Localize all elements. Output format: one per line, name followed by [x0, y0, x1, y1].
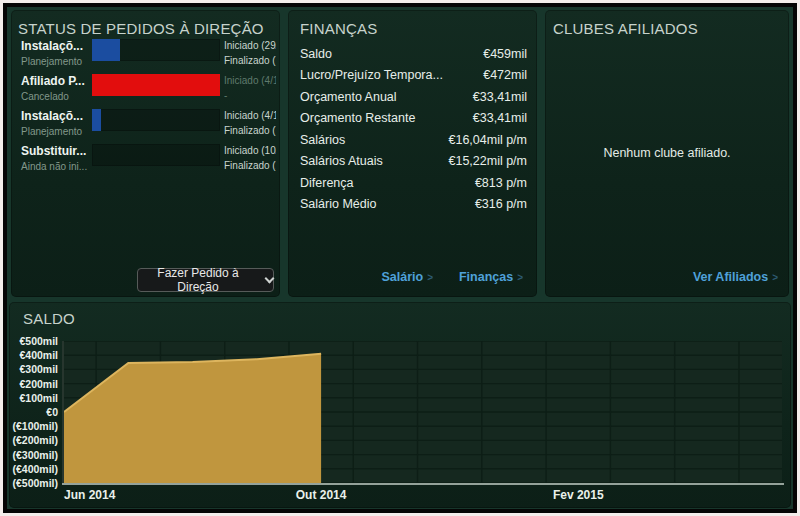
view-affiliates-link-label: Ver Afiliados: [693, 270, 768, 284]
request-status: Cancelado: [21, 91, 82, 102]
y-axis-tick-label: €0: [46, 406, 58, 418]
balance-area-chart: [64, 341, 782, 483]
y-axis-tick-label: €300mil: [19, 363, 58, 375]
finances-link-label: Finanças: [459, 270, 513, 284]
y-axis-tick-label: (€400mil): [12, 463, 58, 475]
finance-value: €33,41mil: [473, 90, 527, 104]
finance-row: Lucro/Prejuízo Tempora... €472mil: [300, 65, 527, 87]
request-row[interactable]: Instalaçõ... Planejamento Iniciado (29/7…: [21, 38, 276, 73]
make-board-request-label: Fazer Pedido à Direção: [138, 266, 258, 294]
y-axis-tick-label: (€500mil): [12, 477, 58, 489]
progress-bar-track: [92, 74, 220, 96]
finances-panel: FINANÇAS Saldo €459mil Lucro/Prejuízo Te…: [288, 10, 537, 297]
request-start-date: Iniciado (10/5...: [224, 143, 276, 158]
finances-link[interactable]: Finanças>: [459, 270, 523, 284]
salary-link-label: Salário: [381, 270, 423, 284]
request-text: Instalaçõ... Planejamento: [21, 38, 82, 67]
finance-value: €813 p/m: [475, 176, 527, 190]
finance-row: Orçamento Restante €33,41mil: [300, 108, 527, 130]
request-start-date: Iniciado (4/10/...: [224, 73, 276, 88]
salary-link[interactable]: Salário>: [381, 270, 433, 284]
finance-row: Salários Atuais €15,22mil p/m: [300, 151, 527, 173]
x-axis-tick-label: Fev 2015: [553, 488, 604, 502]
finance-label: Salários Atuais: [300, 154, 383, 168]
window-frame: STATUS DE PEDIDOS À DIREÇÃO Instalaçõ...…: [0, 0, 800, 516]
finance-label: Lucro/Prejuízo Tempora...: [300, 68, 443, 82]
finance-value: €33,41mil: [473, 111, 527, 125]
request-row[interactable]: Substituir... Ainda não ini... Iniciado …: [21, 143, 276, 178]
y-axis-tick-label: (€300mil): [12, 449, 58, 461]
request-dates: Iniciado (10/5... Finalizado (24...: [224, 143, 276, 173]
make-board-request-dropdown[interactable]: Fazer Pedido à Direção: [137, 268, 274, 292]
request-end-date: -: [224, 88, 276, 103]
request-dates: Iniciado (29/7... Finalizado (7/...: [224, 38, 276, 68]
progress-bar-fill: [92, 74, 220, 96]
finance-value: €472mil: [483, 68, 527, 82]
finance-value: €15,22mil p/m: [448, 154, 527, 168]
y-axis-labels: €500mil€400mil€300mil€200mil€100mil€0(€1…: [11, 341, 58, 483]
dashboard-background: STATUS DE PEDIDOS À DIREÇÃO Instalaçõ...…: [3, 3, 797, 513]
request-text: Instalaçõ... Planejamento: [21, 108, 82, 137]
y-axis-tick-label: (€200mil): [12, 434, 58, 446]
request-start-date: Iniciado (4/10...: [224, 108, 276, 123]
affiliated-clubs-panel: CLUBES AFILIADOS Nenhum clube afiliado. …: [545, 10, 789, 297]
progress-bar-track: [92, 39, 220, 61]
finance-label: Salário Médio: [300, 197, 376, 211]
balance-chart-title: SALDO: [23, 310, 75, 327]
board-requests-panel-title: STATUS DE PEDIDOS À DIREÇÃO: [18, 20, 264, 37]
finance-row: Orçamento Anual €33,41mil: [300, 86, 527, 108]
finance-value: €316 p/m: [475, 197, 527, 211]
y-axis-tick-label: €100mil: [19, 392, 58, 404]
y-axis-tick-label: €500mil: [19, 335, 58, 347]
progress-bar-fill: [92, 39, 120, 61]
balance-area-chart-svg: [64, 341, 782, 483]
finance-label: Diferença: [300, 176, 354, 190]
chevron-right-icon: >: [427, 272, 433, 283]
request-title: Instalaçõ...: [21, 39, 82, 53]
y-axis-tick-label: (€100mil): [12, 420, 58, 432]
y-axis-tick-label: €200mil: [19, 378, 58, 390]
progress-bar-fill: [92, 109, 101, 131]
progress-bar-track: [92, 144, 220, 166]
affiliated-clubs-panel-links: Ver Afiliados>: [545, 270, 778, 284]
board-requests-list: Instalaçõ... Planejamento Iniciado (29/7…: [21, 38, 276, 178]
request-status: Ainda não ini...: [21, 161, 82, 172]
finance-row: Diferença €813 p/m: [300, 172, 527, 194]
request-end-date: Finalizado (24...: [224, 158, 276, 173]
chevron-right-icon: >: [772, 272, 778, 283]
x-axis-tick-label: Jun 2014: [64, 488, 115, 502]
request-start-date: Iniciado (29/7...: [224, 38, 276, 53]
finances-panel-links: Salário> Finanças>: [288, 270, 523, 284]
no-affiliated-clubs-message: Nenhum clube afiliado.: [545, 146, 789, 160]
request-status: Planejamento: [21, 56, 82, 67]
finance-label: Salários: [300, 133, 345, 147]
chevron-down-icon: [265, 273, 275, 283]
request-dates: Iniciado (4/10... Finalizado (7/...: [224, 108, 276, 138]
finances-panel-title: FINANÇAS: [300, 20, 377, 37]
view-affiliates-link[interactable]: Ver Afiliados>: [693, 270, 778, 284]
finances-list: Saldo €459mil Lucro/Prejuízo Tempora... …: [300, 43, 527, 215]
finance-value: €16,04mil p/m: [448, 133, 527, 147]
request-status: Planejamento: [21, 126, 82, 137]
x-axis-tick-label: Out 2014: [296, 488, 347, 502]
progress-bar-track: [92, 109, 220, 131]
balance-chart-panel: SALDO €500mil€400mil€300mil€200mil€100mi…: [9, 302, 791, 508]
finance-label: Orçamento Anual: [300, 90, 397, 104]
chevron-right-icon: >: [517, 272, 523, 283]
request-dates: Iniciado (4/10/... -: [224, 73, 276, 103]
request-end-date: Finalizado (7/...: [224, 123, 276, 138]
y-axis-tick-label: €400mil: [19, 349, 58, 361]
request-title: Instalaçõ...: [21, 109, 82, 123]
finance-value: €459mil: [483, 47, 527, 61]
request-text: Substituir... Ainda não ini...: [21, 143, 82, 172]
request-row[interactable]: Afiliado P... Cancelado Iniciado (4/10/.…: [21, 73, 276, 108]
finance-row: Saldo €459mil: [300, 43, 527, 65]
request-end-date: Finalizado (7/...: [224, 53, 276, 68]
x-axis-line: [62, 483, 784, 485]
request-row[interactable]: Instalaçõ... Planejamento Iniciado (4/10…: [21, 108, 276, 143]
request-title: Afiliado P...: [21, 74, 82, 88]
finance-label: Saldo: [300, 47, 332, 61]
board-requests-panel: STATUS DE PEDIDOS À DIREÇÃO Instalaçõ...…: [11, 10, 280, 297]
request-title: Substituir...: [21, 144, 82, 158]
finance-row: Salários €16,04mil p/m: [300, 129, 527, 151]
